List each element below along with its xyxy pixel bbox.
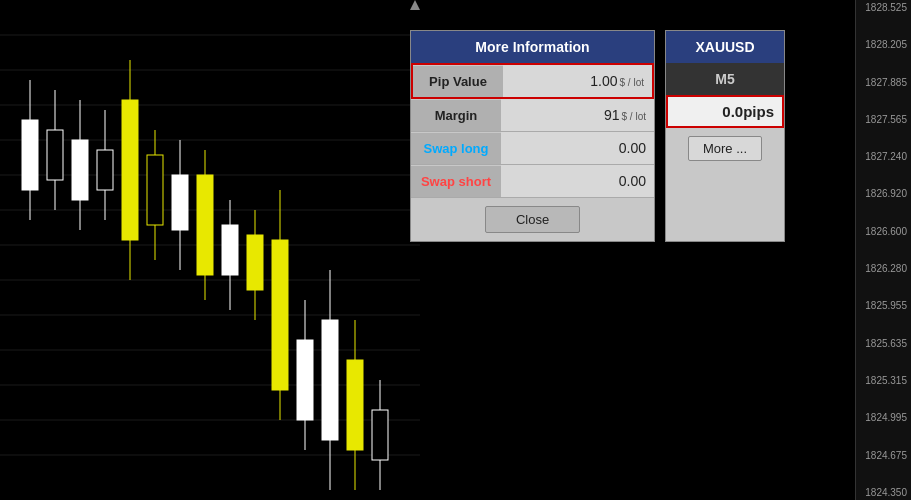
svg-rect-23 bbox=[122, 100, 138, 240]
svg-rect-25 bbox=[147, 155, 163, 225]
swap-short-label: Swap short bbox=[411, 166, 501, 197]
svg-rect-31 bbox=[222, 225, 238, 275]
svg-rect-17 bbox=[47, 130, 63, 180]
price-label-1: 1828.525 bbox=[858, 2, 909, 13]
price-label-14: 1824.350 bbox=[858, 487, 909, 498]
timeframe-display: M5 bbox=[666, 63, 784, 95]
pip-value-value: 1.00$ / lot bbox=[503, 65, 652, 97]
swap-short-row: Swap short 0.00 bbox=[411, 165, 654, 198]
price-label-4: 1827.565 bbox=[858, 114, 909, 125]
price-label-12: 1824.995 bbox=[858, 412, 909, 423]
swap-long-row: Swap long 0.00 bbox=[411, 132, 654, 165]
svg-rect-39 bbox=[322, 320, 338, 440]
margin-label: Margin bbox=[411, 100, 501, 131]
price-label-2: 1828.205 bbox=[858, 39, 909, 50]
svg-rect-33 bbox=[247, 235, 263, 290]
swap-long-label: Swap long bbox=[411, 133, 501, 164]
pip-value-row: Pip Value 1.00$ / lot bbox=[411, 63, 654, 99]
price-label-6: 1826.920 bbox=[858, 188, 909, 199]
pips-unit: pips bbox=[743, 103, 774, 120]
candlestick-chart bbox=[0, 0, 420, 500]
more-info-panel: More Information Pip Value 1.00$ / lot M… bbox=[410, 30, 655, 242]
svg-rect-27 bbox=[172, 175, 188, 230]
price-label-3: 1827.885 bbox=[858, 77, 909, 88]
xauusd-panel: XAUUSD M5 0.0pips More ... bbox=[665, 30, 785, 242]
margin-value: 91$ / lot bbox=[501, 99, 654, 131]
margin-row: Margin 91$ / lot bbox=[411, 99, 654, 132]
svg-rect-37 bbox=[297, 340, 313, 420]
close-button[interactable]: Close bbox=[485, 206, 580, 233]
price-label-11: 1825.315 bbox=[858, 375, 909, 386]
svg-rect-21 bbox=[97, 150, 113, 190]
price-label-9: 1825.955 bbox=[858, 300, 909, 311]
overlay-panels: More Information Pip Value 1.00$ / lot M… bbox=[410, 30, 785, 242]
price-label-7: 1826.600 bbox=[858, 226, 909, 237]
svg-rect-29 bbox=[197, 175, 213, 275]
svg-rect-41 bbox=[347, 360, 363, 450]
swap-short-value: 0.00 bbox=[501, 165, 654, 197]
swap-long-value: 0.00 bbox=[501, 132, 654, 164]
svg-rect-19 bbox=[72, 140, 88, 200]
svg-rect-35 bbox=[272, 240, 288, 390]
more-button[interactable]: More ... bbox=[688, 136, 762, 161]
svg-rect-15 bbox=[22, 120, 38, 190]
pip-value-label: Pip Value bbox=[413, 66, 503, 97]
xauusd-header: XAUUSD bbox=[666, 31, 784, 63]
price-label-13: 1824.675 bbox=[858, 450, 909, 461]
pips-value: 0.0 bbox=[722, 103, 743, 120]
svg-rect-43 bbox=[372, 410, 388, 460]
price-label-8: 1826.280 bbox=[858, 263, 909, 274]
more-info-header: More Information bbox=[411, 31, 654, 63]
price-label-10: 1825.635 bbox=[858, 338, 909, 349]
pips-display: 0.0pips bbox=[666, 95, 784, 128]
more-btn-row: More ... bbox=[666, 128, 784, 169]
price-label-5: 1827.240 bbox=[858, 151, 909, 162]
close-row: Close bbox=[411, 198, 654, 241]
price-axis: 1828.525 1828.205 1827.885 1827.565 1827… bbox=[855, 0, 911, 500]
